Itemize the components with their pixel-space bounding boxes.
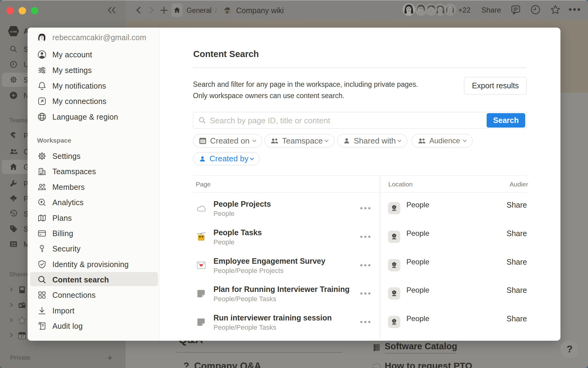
svg-text:17: 17 <box>20 335 24 338</box>
svg-text:ACME: ACME <box>10 30 17 33</box>
